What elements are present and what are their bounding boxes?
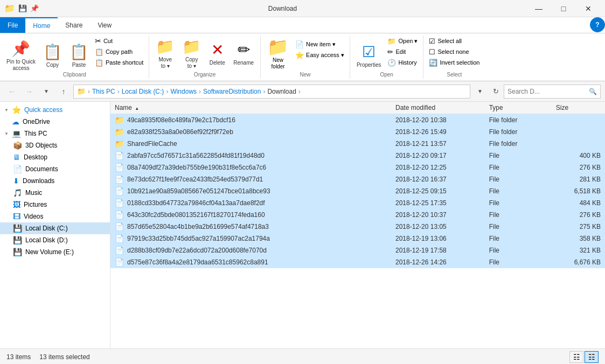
address-bar[interactable]: 📁 › This PC › Local Disk (C:) › Windows …: [73, 85, 470, 99]
close-button[interactable]: ✕: [576, 0, 601, 17]
minimize-button[interactable]: —: [526, 0, 551, 17]
open-button[interactable]: 📁 Open ▾: [385, 36, 420, 46]
onedrive-icon: ☁: [12, 117, 19, 126]
file-type: File: [485, 185, 552, 197]
edit-icon: ✏: [387, 48, 393, 56]
details-view-button[interactable]: ☷: [569, 351, 583, 363]
up-button[interactable]: ↑: [56, 84, 71, 99]
new-folder-button[interactable]: 📁 Newfolder: [264, 36, 292, 71]
recent-locations-button[interactable]: ▼: [39, 84, 54, 99]
breadcrumb-local-disk-c[interactable]: Local Disk (C:): [122, 88, 164, 95]
ribbon-group-clipboard: 📌 Pin to Quickaccess 📋 Copy 📋 Paste ✂: [0, 36, 149, 79]
local-disk-d-icon: 💾: [13, 236, 22, 244]
breadcrumb-windows[interactable]: Windows: [170, 88, 197, 95]
search-icon: 🔍: [589, 88, 597, 95]
select-all-button[interactable]: ☑ Select all: [427, 36, 464, 46]
search-box[interactable]: 🔍: [504, 85, 601, 99]
sidebar-item-3d-objects[interactable]: 📦 3D Objects: [0, 139, 110, 151]
table-row[interactable]: 📁 49ca8935f08e8c489fa79e2c17bdcf16 2018-…: [110, 114, 605, 127]
breadcrumb-this-pc[interactable]: This PC: [92, 88, 115, 95]
open-small-col: 📁 Open ▾ ✏ Edit 🕐 History: [385, 36, 420, 75]
table-row[interactable]: 📁 e82a938f253a8a0e086ef92f2f9f72eb 2018-…: [110, 126, 605, 138]
tab-file[interactable]: File: [0, 17, 25, 33]
sidebar-item-documents[interactable]: 📄 Documents: [0, 163, 110, 175]
file-name: 49ca8935f08e8c489fa79e2c17bdcf16: [127, 116, 235, 124]
file-name: e82a938f253a8a0e086ef92f2f9f72eb: [127, 128, 233, 136]
maximize-button[interactable]: □: [551, 0, 576, 17]
table-row[interactable]: 📄 d288b38cf09db7e22a6dcd072a200d608fe707…: [110, 244, 605, 256]
breadcrumb-software-distribution[interactable]: SoftwareDistribution: [203, 88, 261, 95]
paste-button[interactable]: 📋 Paste: [66, 38, 92, 73]
refresh-button[interactable]: ↻: [490, 86, 502, 97]
sidebar-item-local-disk-d[interactable]: 💾 Local Disk (D:): [0, 234, 110, 246]
sidebar-item-onedrive[interactable]: ☁ OneDrive: [0, 116, 110, 128]
col-header-name[interactable]: Name ▲: [110, 102, 391, 114]
sidebar-item-videos[interactable]: 🎞 Videos: [0, 211, 110, 222]
sidebar-item-quick-access[interactable]: ▼ ⭐ Quick access: [0, 104, 110, 116]
cut-button[interactable]: ✂ Cut: [93, 36, 115, 46]
forward-button[interactable]: →: [22, 84, 37, 99]
sidebar-item-music[interactable]: 🎵 Music: [0, 187, 110, 199]
file-size: 281 KB: [552, 173, 605, 185]
move-to-button[interactable]: 📁 Moveto ▾: [152, 36, 178, 71]
history-button[interactable]: 🕐 History: [385, 57, 419, 68]
new-folder-icon: 📁: [267, 37, 289, 57]
documents-label: Documents: [25, 165, 58, 173]
file-area[interactable]: Name ▲ Date modified Type Size 📁 49ca893…: [110, 102, 605, 348]
tab-share[interactable]: Share: [58, 17, 90, 33]
col-header-type[interactable]: Type: [485, 102, 552, 114]
copy-button[interactable]: 📋 Copy: [40, 38, 65, 73]
table-row[interactable]: 📄 857d65e52804ac4b1be9a2b61699e574af4718…: [110, 221, 605, 233]
invert-selection-button[interactable]: 🔄 Invert selection: [427, 57, 482, 68]
sidebar-item-new-volume-e[interactable]: 💾 New Volume (E:): [0, 246, 110, 258]
music-label: Music: [25, 189, 42, 197]
select-none-button[interactable]: ☐ Select none: [427, 46, 471, 57]
folder-icon: 📁: [115, 116, 124, 124]
downloads-label: Downloads: [23, 177, 54, 185]
sidebar-item-pictures[interactable]: 🖼 Pictures: [0, 199, 110, 211]
file-date: 2018-12-19 13:06: [391, 233, 485, 244]
quick-access-icon: ⭐: [12, 106, 21, 114]
tab-view[interactable]: View: [90, 17, 119, 33]
large-icons-view-button[interactable]: ☷: [585, 351, 599, 363]
table-row[interactable]: 📄 d575e87c36f8a4a2e8179daa6531c85962c8a8…: [110, 256, 605, 268]
pin-to-quick-access-button[interactable]: 📌 Pin to Quickaccess: [3, 38, 39, 73]
rename-button[interactable]: ✏ Rename: [230, 36, 257, 71]
easy-access-button[interactable]: ⭐ Easy access ▾: [293, 50, 346, 60]
new-item-icon: 📄: [295, 40, 304, 48]
file-size: 6,518 KB: [552, 185, 605, 197]
address-dropdown-button[interactable]: ▼: [472, 84, 488, 99]
table-row[interactable]: 📄 2abfa97cc5d76571c31a562285d4fd81f19d48…: [110, 150, 605, 162]
table-row[interactable]: 📄 10b921ae90a859a085667e051247bce01a8bce…: [110, 185, 605, 197]
table-row[interactable]: 📄 0188cd33bd647732a79846cf04a13aa7dae8f2…: [110, 197, 605, 209]
table-row[interactable]: 📄 643c30fc2d5bde0801352167f18270174feda1…: [110, 209, 605, 221]
pictures-label: Pictures: [24, 201, 47, 208]
file-size: 358 KB: [552, 233, 605, 244]
help-button[interactable]: ?: [590, 17, 605, 32]
back-button[interactable]: ←: [4, 84, 19, 99]
file-type: File: [485, 150, 552, 162]
col-header-date[interactable]: Date modified: [391, 102, 485, 114]
edit-button[interactable]: ✏ Edit: [385, 46, 408, 57]
copy-to-icon: 📁: [182, 38, 201, 55]
search-input[interactable]: [507, 88, 587, 95]
sidebar-item-desktop[interactable]: 🖥 Desktop: [0, 151, 110, 163]
sidebar-item-this-pc[interactable]: ▼ 💻 This PC: [0, 128, 110, 139]
table-row[interactable]: 📁 SharedFileCache 2018-12-21 13:57 File …: [110, 138, 605, 150]
paste-shortcut-button[interactable]: 📋 Paste shortcut: [93, 57, 145, 68]
new-item-button[interactable]: 📄 New item ▾: [293, 39, 338, 50]
sidebar-item-local-disk-c[interactable]: 💾 Local Disk (C:): [0, 222, 110, 234]
table-row[interactable]: 📄 97919c33d25bb745dd5ac927a159907ac2a179…: [110, 233, 605, 244]
tab-home[interactable]: Home: [25, 17, 58, 33]
copy-path-icon: 📋: [95, 48, 103, 56]
copy-to-button[interactable]: 📁 Copyto ▾: [179, 36, 204, 71]
delete-button[interactable]: ✕ Delete: [205, 36, 229, 71]
col-header-size[interactable]: Size: [552, 102, 605, 114]
table-row[interactable]: 📄 08a7409df27a39deb755b9e190b31f8e5cc6a7…: [110, 162, 605, 173]
copy-path-button[interactable]: 📋 Copy path: [93, 46, 135, 57]
table-row[interactable]: 📄 8e73dc627f1fee9f7cea2433fb254ed5379d77…: [110, 173, 605, 185]
properties-button[interactable]: ☑ Properties: [353, 38, 385, 73]
file-date: 2018-12-26 15:49: [391, 126, 485, 138]
sidebar-item-downloads[interactable]: ⬇ Downloads: [0, 175, 110, 187]
file-icon: 📄: [115, 222, 124, 231]
